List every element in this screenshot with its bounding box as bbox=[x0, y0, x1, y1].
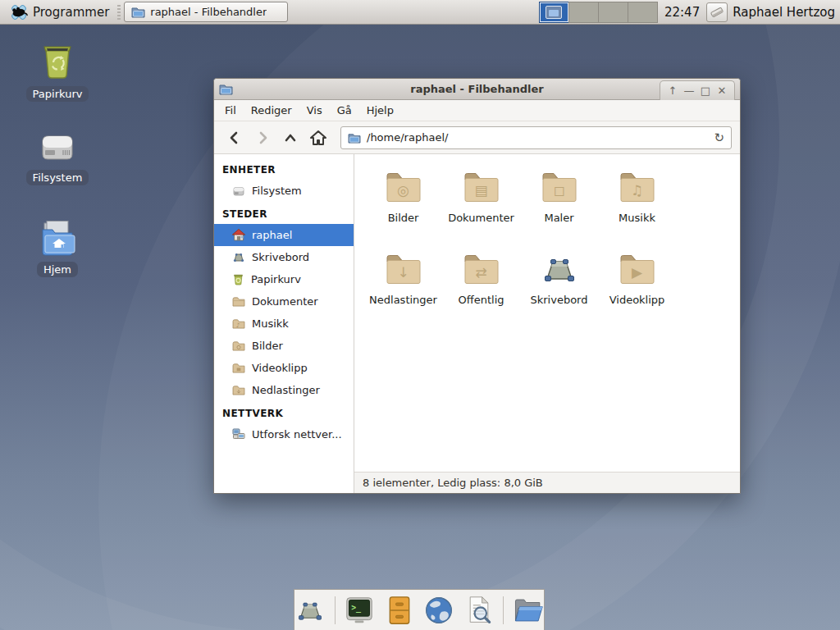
dock-panel: >_ bbox=[294, 589, 545, 630]
sidebar-item-musikk[interactable]: ♪ Musikk bbox=[214, 313, 354, 335]
desktop-icon-label: Filsystem bbox=[26, 170, 89, 185]
sidebar-item-videoklipp[interactable]: Videoklipp bbox=[214, 357, 354, 379]
desktop-icon-label: Hjem bbox=[37, 262, 78, 277]
file-offentlig[interactable]: ⇄ Offentlig bbox=[442, 244, 520, 326]
menubar: Fil Rediger Vis Gå Hjelp bbox=[214, 100, 740, 121]
desktop-icon-label: Papirkurv bbox=[26, 86, 89, 102]
search-files-launcher[interactable] bbox=[463, 594, 495, 627]
sidebar-item-skrivebord[interactable]: Skrivebord bbox=[214, 246, 354, 268]
forward-icon bbox=[255, 130, 270, 145]
sidebar-item-dokumenter[interactable]: Dokumenter bbox=[214, 290, 354, 313]
workspace-3[interactable] bbox=[598, 2, 628, 23]
file-skrivebord[interactable]: Skrivebord bbox=[520, 244, 598, 326]
home-icon bbox=[232, 229, 245, 241]
taskbar-window-button[interactable]: raphael - Filbehandler bbox=[124, 2, 288, 22]
terminal-launcher[interactable]: >_ bbox=[344, 594, 376, 627]
toolbar: /home/raphael/ ↻ bbox=[214, 121, 740, 154]
sidebar-item-label: Dokumenter bbox=[252, 295, 318, 308]
sidebar-item-bilder[interactable]: Bilder bbox=[214, 335, 354, 357]
harddrive-icon bbox=[38, 130, 77, 164]
path-folder-icon bbox=[348, 132, 361, 144]
home-button[interactable] bbox=[306, 126, 331, 149]
desktop-icon-filesystem[interactable]: Filsystem bbox=[15, 130, 100, 185]
sidebar-item-raphael[interactable]: raphael bbox=[214, 224, 354, 246]
applications-menu-button[interactable]: Programmer bbox=[5, 2, 114, 23]
sidebar-header-devices: ENHETER bbox=[214, 158, 354, 180]
svg-text:>_: >_ bbox=[351, 603, 361, 613]
sidebar-item-label: Utforsk nettver... bbox=[252, 428, 342, 441]
up-button[interactable] bbox=[278, 126, 303, 149]
user-menu[interactable]: Raphael Hertzog bbox=[706, 2, 835, 22]
file-videoklipp[interactable]: ▶ Videoklipp bbox=[598, 244, 676, 326]
file-dokumenter[interactable]: ▤ Dokumenter bbox=[442, 162, 520, 244]
workspace-switcher[interactable] bbox=[540, 2, 658, 23]
path-input[interactable]: /home/raphael/ bbox=[367, 131, 708, 144]
shade-button[interactable]: ↑ bbox=[666, 84, 679, 97]
file-manager-launcher[interactable] bbox=[512, 594, 544, 627]
search-document-icon bbox=[464, 596, 494, 625]
desktop-icon-trash[interactable]: Papirkurv bbox=[15, 41, 100, 102]
menu-view[interactable]: Vis bbox=[299, 102, 330, 119]
workspace-2[interactable] bbox=[568, 2, 599, 23]
workspace-4[interactable] bbox=[628, 2, 658, 23]
dock-separator bbox=[335, 596, 336, 624]
open-folder-icon bbox=[513, 596, 544, 624]
sidebar-item-label: Videoklipp bbox=[252, 362, 308, 374]
forward-button[interactable] bbox=[250, 126, 275, 149]
document-emblem-icon: ▤ bbox=[462, 177, 501, 203]
file-cabinet-launcher[interactable] bbox=[383, 594, 415, 627]
file-label: Dokumenter bbox=[448, 212, 514, 224]
titlebar[interactable]: raphael - Filbehandler ↑ — □ ✕ bbox=[214, 79, 740, 100]
sidebar-item-nedlastinger[interactable]: Nedlastinger bbox=[214, 379, 354, 401]
sidebar-item-filsystem[interactable]: Filsystem bbox=[214, 180, 354, 202]
file-label: Nedlastinger bbox=[369, 294, 437, 306]
sidebar-header-network: NETTVERK bbox=[214, 401, 354, 423]
sidebar-item-network[interactable]: Utforsk nettver... bbox=[214, 423, 354, 445]
taskbar-window-title: raphael - Filbehandler bbox=[150, 6, 267, 18]
close-button[interactable]: ✕ bbox=[715, 84, 728, 97]
sidebar: ENHETER Filsystem STEDER bbox=[214, 154, 354, 493]
up-icon bbox=[283, 130, 298, 145]
folder-window-icon bbox=[131, 6, 145, 18]
file-maler[interactable]: ◻ Maler bbox=[520, 162, 598, 244]
file-label: Offentlig bbox=[459, 294, 504, 306]
reload-button[interactable]: ↻ bbox=[714, 130, 724, 145]
menu-file[interactable]: Fil bbox=[217, 102, 244, 119]
sidebar-item-label: Filsystem bbox=[252, 185, 302, 197]
menu-help[interactable]: Hjelp bbox=[359, 102, 401, 119]
path-bar[interactable]: /home/raphael/ ↻ bbox=[340, 126, 732, 149]
file-label: Maler bbox=[544, 212, 573, 224]
terminal-icon: >_ bbox=[345, 596, 374, 624]
file-label: Videoklipp bbox=[609, 294, 665, 306]
user-badge-icon bbox=[706, 2, 728, 22]
download-emblem-icon: ↓ bbox=[384, 259, 423, 285]
sidebar-item-papirkurv[interactable]: Papirkurv bbox=[214, 268, 354, 290]
menu-edit[interactable]: Rediger bbox=[244, 102, 299, 119]
clock: 22:47 bbox=[664, 5, 700, 20]
folder-icon: ♪ bbox=[232, 318, 245, 329]
dock-separator bbox=[503, 596, 504, 624]
sidebar-item-label: Nedlastinger bbox=[252, 384, 320, 396]
show-desktop-button[interactable] bbox=[294, 594, 326, 627]
menu-go[interactable]: Gå bbox=[330, 102, 359, 119]
desktop: Programmer raphael - Filbehandler 22:47 bbox=[0, 0, 840, 630]
file-nedlastinger[interactable]: ↓ Nedlastinger bbox=[364, 244, 442, 326]
file-grid: ◎ Bilder ▤ Dokumenter bbox=[354, 154, 740, 472]
web-browser-globe-icon bbox=[424, 596, 454, 625]
desktop-icon-home[interactable]: Hjem bbox=[15, 220, 100, 277]
file-manager-window: raphael - Filbehandler ↑ — □ ✕ Fil Redig… bbox=[213, 78, 741, 494]
back-button[interactable] bbox=[222, 126, 247, 149]
trash-icon bbox=[38, 41, 77, 80]
trash-icon bbox=[232, 273, 244, 285]
web-browser-launcher[interactable] bbox=[423, 594, 455, 627]
minimize-button[interactable]: — bbox=[682, 84, 696, 97]
statusbar: 8 ielementer, Ledig plass: 8,0 GiB bbox=[354, 472, 740, 493]
folder-icon bbox=[232, 363, 245, 373]
file-label: Musikk bbox=[619, 212, 655, 224]
workspace-1-active[interactable] bbox=[539, 2, 569, 23]
desktop-icon bbox=[540, 249, 579, 289]
maximize-button[interactable]: □ bbox=[699, 84, 712, 97]
network-icon bbox=[232, 428, 245, 441]
file-bilder[interactable]: ◎ Bilder bbox=[364, 162, 442, 244]
file-musikk[interactable]: ♫ Musikk bbox=[598, 162, 676, 244]
